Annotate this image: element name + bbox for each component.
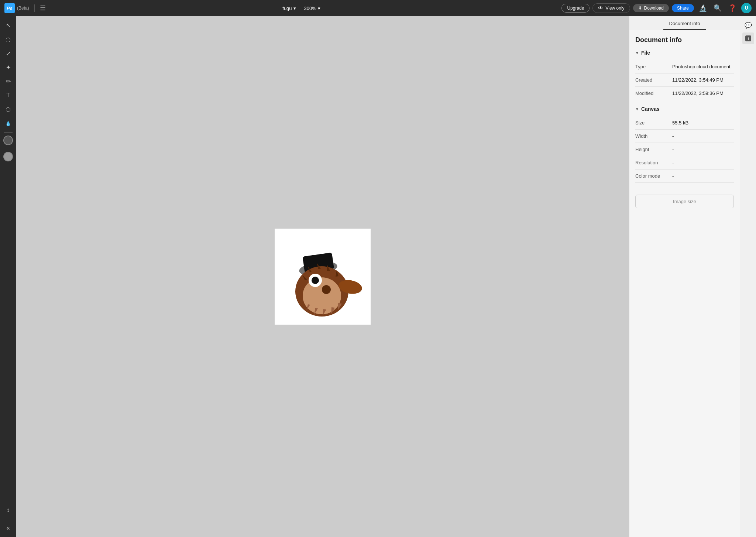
info-panel-button[interactable]: i xyxy=(742,33,754,44)
beta-label: (Beta) xyxy=(17,6,29,11)
download-button[interactable]: ⬇ Download xyxy=(633,4,669,12)
help-button[interactable]: ❓ xyxy=(726,2,738,14)
height-label: Height xyxy=(635,147,672,152)
height-value: - xyxy=(672,147,734,152)
modified-value: 11/22/2022, 3:59:36 PM xyxy=(672,90,734,96)
toolbar-separator-2 xyxy=(4,519,13,519)
created-label: Created xyxy=(635,77,672,83)
panel-content: Document info ▼ File Type Photoshop clou… xyxy=(629,30,740,537)
resolution-row: Resolution - xyxy=(635,156,734,170)
brush-tool-button[interactable]: ✏ xyxy=(2,75,14,87)
width-label: Width xyxy=(635,133,672,139)
canvas-section-header[interactable]: ▼ Canvas xyxy=(635,106,734,112)
file-name-button[interactable]: fugu xyxy=(282,6,296,11)
canvas-area[interactable] xyxy=(16,16,629,537)
resolution-value: - xyxy=(672,160,734,165)
right-panel: Document info Document info ▼ File Type … xyxy=(629,16,740,537)
scroll-tool-button[interactable]: ↕ xyxy=(2,504,14,516)
file-section-label: File xyxy=(641,50,650,56)
size-row: Size 55.5 kB xyxy=(635,116,734,130)
canvas-section: ▼ Canvas Size 55.5 kB Width - Height - R… xyxy=(635,106,734,183)
panel-tabs: Document info xyxy=(629,16,740,30)
modified-label: Modified xyxy=(635,90,672,96)
modified-row: Modified 11/22/2022, 3:59:36 PM xyxy=(635,87,734,100)
download-icon: ⬇ xyxy=(638,6,642,11)
created-value: 11/22/2022, 3:54:49 PM xyxy=(672,77,734,83)
type-label: Type xyxy=(635,64,672,69)
notifications-button[interactable]: 🔬 xyxy=(697,2,709,14)
hamburger-menu-button[interactable]: ☰ xyxy=(40,4,46,12)
share-button[interactable]: Share xyxy=(672,4,694,12)
lasso-tool-button[interactable]: ◌ xyxy=(2,33,14,45)
width-row: Width - xyxy=(635,130,734,143)
foreground-color-swatch[interactable] xyxy=(3,136,13,145)
collapse-toolbar-button[interactable]: « xyxy=(2,522,14,534)
heal-tool-button[interactable]: ✦ xyxy=(2,61,14,73)
size-label: Size xyxy=(635,120,672,126)
image-size-button[interactable]: Image size xyxy=(635,195,734,208)
comments-panel-button[interactable]: 💬 xyxy=(742,19,754,31)
file-section: ▼ File Type Photoshop cloud document Cre… xyxy=(635,50,734,100)
created-row: Created 11/22/2022, 3:54:49 PM xyxy=(635,73,734,87)
canvas-document xyxy=(275,229,371,325)
info-icon: i xyxy=(745,35,752,42)
canvas-section-chevron-icon: ▼ xyxy=(635,107,639,111)
canvas-section-label: Canvas xyxy=(641,106,660,112)
view-only-button[interactable]: View only xyxy=(592,3,630,13)
svg-point-12 xyxy=(322,285,331,294)
eyedropper-tool-button[interactable]: 💧 xyxy=(2,117,14,129)
type-tool-button[interactable]: T xyxy=(2,89,14,101)
fugu-artwork xyxy=(278,232,367,321)
far-right-panel: 💬 i xyxy=(740,16,756,537)
download-label: Download xyxy=(644,6,664,11)
shape-tool-button[interactable]: ⬡ xyxy=(2,103,14,115)
svg-point-11 xyxy=(312,277,319,284)
toolbar-separator xyxy=(4,132,13,133)
type-row: Type Photoshop cloud document xyxy=(635,60,734,73)
background-color-swatch[interactable] xyxy=(3,152,13,161)
resolution-label: Resolution xyxy=(635,160,672,165)
height-row: Height - xyxy=(635,143,734,156)
zoom-level-button[interactable]: 300% xyxy=(304,6,320,11)
svg-point-8 xyxy=(303,277,341,314)
transform-tool-button[interactable]: ⤢ xyxy=(2,47,14,59)
zoom-level-text: 300% xyxy=(304,6,316,11)
file-section-chevron-icon: ▼ xyxy=(635,51,639,55)
color-mode-label: Color mode xyxy=(635,173,672,179)
left-toolbar: ↖ ◌ ⤢ ✦ ✏ T ⬡ 💧 ↕ « xyxy=(0,16,16,537)
color-mode-row: Color mode - xyxy=(635,170,734,183)
header-divider-1 xyxy=(34,4,35,12)
file-name-chevron-icon xyxy=(293,6,296,11)
eye-icon xyxy=(598,5,603,11)
view-only-label: View only xyxy=(605,6,624,11)
user-avatar[interactable]: U xyxy=(741,3,752,13)
width-value: - xyxy=(672,133,734,139)
file-section-header[interactable]: ▼ File xyxy=(635,50,734,56)
panel-tab-docinfo[interactable]: Document info xyxy=(663,18,706,30)
color-mode-value: - xyxy=(672,173,734,179)
header-right-controls: Upgrade View only ⬇ Download Share 🔬 🔍 ❓… xyxy=(561,2,752,14)
zoom-chevron-icon xyxy=(318,6,320,11)
ps-logo-icon: Ps xyxy=(4,3,15,13)
file-name-text: fugu xyxy=(282,6,292,11)
size-value: 55.5 kB xyxy=(672,120,734,126)
type-value: Photoshop cloud document xyxy=(672,64,734,69)
header: Ps (Beta) ☰ fugu 300% Upgrade View only … xyxy=(0,0,756,16)
search-button[interactable]: 🔍 xyxy=(712,2,724,14)
main-area: ↖ ◌ ⤢ ✦ ✏ T ⬡ 💧 ↕ « xyxy=(0,16,756,537)
app-logo: Ps (Beta) xyxy=(4,3,29,13)
upgrade-button[interactable]: Upgrade xyxy=(561,4,590,13)
select-tool-button[interactable]: ↖ xyxy=(2,19,14,31)
panel-title: Document info xyxy=(635,36,734,44)
